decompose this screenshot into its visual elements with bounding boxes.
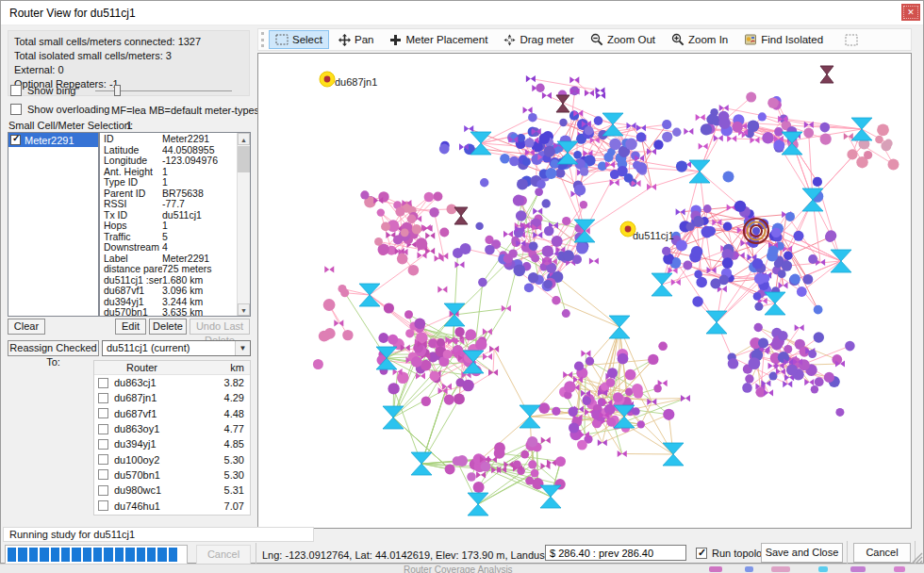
router-row[interactable]: du687jn14.29 (94, 390, 250, 405)
meter-bowtie[interactable] (696, 114, 705, 121)
meter-node[interactable] (676, 161, 687, 172)
meter-bowtie[interactable] (699, 143, 708, 150)
meter-node[interactable] (658, 342, 668, 352)
meter-node[interactable] (439, 228, 449, 237)
meter-node[interactable] (408, 265, 420, 276)
meter-node[interactable] (529, 241, 538, 251)
meter-node[interactable] (342, 330, 353, 340)
meter-node[interactable] (607, 417, 617, 427)
close-button[interactable]: ✕ (901, 4, 920, 21)
meter-node[interactable] (536, 180, 546, 189)
meter-node[interactable] (753, 292, 762, 301)
meter-node[interactable] (696, 277, 707, 288)
meter-node[interactable] (610, 170, 619, 179)
meter-node[interactable] (746, 92, 756, 103)
meter-node[interactable] (676, 240, 687, 252)
meter-node[interactable] (559, 119, 567, 126)
router-hourglass[interactable] (383, 406, 404, 429)
meter-node[interactable] (632, 384, 643, 395)
meter-bowtie[interactable] (437, 286, 447, 293)
meter-node[interactable] (637, 420, 645, 428)
slider-thumb[interactable] (114, 85, 121, 96)
meter-node[interactable] (786, 365, 798, 376)
router-row[interactable]: du980wc15.31 (94, 483, 250, 498)
meter-node[interactable] (546, 168, 557, 179)
meter-node[interactable] (845, 341, 855, 352)
meter-node[interactable] (662, 247, 670, 255)
isolated-hourglass[interactable] (556, 95, 569, 112)
meter-node[interactable] (574, 184, 586, 195)
meter-node[interactable] (734, 201, 746, 212)
meter-bowtie[interactable] (418, 252, 427, 258)
meter-bowtie[interactable] (324, 266, 334, 272)
meter-node[interactable] (762, 274, 770, 283)
meter-node[interactable] (465, 329, 476, 340)
meter-node[interactable] (322, 332, 331, 341)
meter-node[interactable] (481, 462, 491, 472)
meter-bowtie[interactable] (589, 257, 599, 264)
clear-button[interactable]: Clear (8, 319, 45, 335)
meter-node[interactable] (384, 303, 394, 313)
meter-node[interactable] (877, 123, 889, 136)
meter-node[interactable] (473, 482, 485, 493)
meter-node[interactable] (531, 154, 542, 165)
meter-node[interactable] (433, 192, 442, 202)
router-hourglass[interactable] (359, 284, 380, 306)
meter-node[interactable] (686, 222, 695, 231)
router-row[interactable]: du863cj13.82 (94, 375, 250, 390)
meter-bowtie[interactable] (526, 75, 536, 82)
meter-node[interactable] (569, 407, 578, 417)
meter-node[interactable] (388, 383, 399, 394)
meter-node[interactable] (663, 409, 674, 420)
meter-node[interactable] (462, 380, 474, 392)
meter-bowtie[interactable] (626, 123, 635, 129)
tool-find-isolated[interactable]: Find Isolated (737, 29, 830, 50)
meter-node[interactable] (525, 139, 535, 148)
meter-node[interactable] (562, 309, 570, 318)
router-hourglass[interactable] (602, 113, 623, 136)
meter-node[interactable] (528, 272, 538, 283)
meter-node[interactable] (388, 335, 398, 345)
meter-node[interactable] (662, 120, 671, 129)
meter-node[interactable] (563, 250, 574, 261)
meter-node[interactable] (397, 371, 409, 384)
router-hourglass[interactable] (609, 316, 630, 338)
scroll-down-button[interactable]: ▼ (238, 303, 250, 316)
meter-node[interactable] (454, 394, 465, 405)
meter-node[interactable] (722, 257, 734, 269)
reassign-target-combobox[interactable]: du511cj1 (current) ▼ (102, 340, 251, 356)
meter-node[interactable] (411, 356, 422, 368)
meter-node[interactable] (814, 305, 823, 315)
resize-grip[interactable] (912, 552, 923, 564)
meter-node[interactable] (569, 422, 579, 433)
meter-node[interactable] (532, 478, 543, 489)
chevron-down-icon[interactable]: ▼ (235, 341, 250, 355)
meter-node[interactable] (794, 231, 804, 241)
meter-node[interactable] (480, 178, 488, 187)
meter-bowtie[interactable] (585, 90, 594, 96)
meter-node[interactable] (607, 368, 618, 378)
bing-opacity-slider[interactable] (95, 84, 232, 97)
meter-node[interactable] (430, 371, 440, 382)
meter-node[interactable] (485, 245, 495, 255)
meter-node[interactable] (429, 207, 438, 217)
router-checkbox[interactable] (98, 500, 108, 511)
meter-node[interactable] (564, 381, 575, 392)
meter-node[interactable] (407, 215, 417, 224)
meter-node[interactable] (758, 112, 767, 121)
meter-node[interactable] (544, 280, 553, 288)
meter-node[interactable] (703, 205, 712, 213)
meter-node[interactable] (582, 396, 591, 405)
meter-node[interactable] (752, 258, 764, 270)
tool-marquee-extra[interactable] (838, 30, 865, 50)
router-hourglass[interactable] (765, 292, 785, 315)
meter-node[interactable] (613, 392, 623, 402)
meter-bowtie[interactable] (542, 92, 552, 99)
meter-node[interactable] (313, 359, 323, 369)
property-grid-scrollbar[interactable]: ▲ ▼ (237, 133, 250, 316)
meter-node[interactable] (723, 172, 734, 183)
meter-node[interactable] (606, 378, 616, 387)
meter-node[interactable] (412, 224, 421, 234)
meter-node[interactable] (527, 436, 537, 447)
router-checkbox[interactable] (98, 439, 108, 450)
